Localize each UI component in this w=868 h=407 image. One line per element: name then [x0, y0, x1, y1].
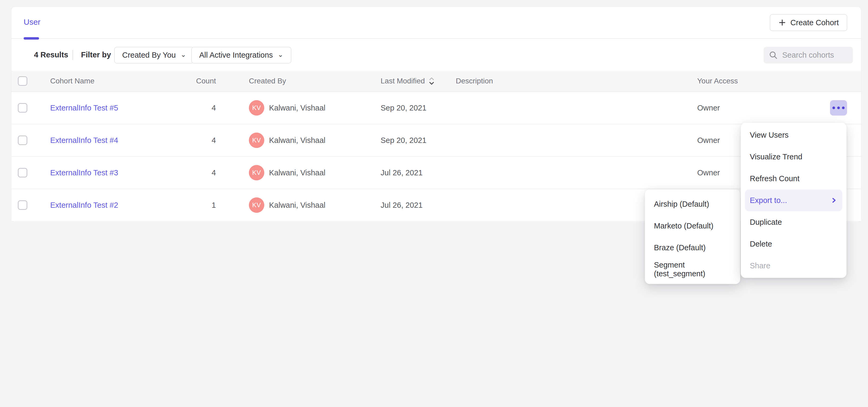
- creator-name: Kalwani, Vishaal: [269, 136, 326, 145]
- table-row: ExternalInfo Test #4 4 KV Kalwani, Visha…: [11, 124, 861, 157]
- cohort-name-link[interactable]: ExternalInfo Test #2: [50, 201, 118, 209]
- row-checkbox[interactable]: [18, 200, 27, 210]
- menu-item-airship[interactable]: Airship (Default): [645, 193, 740, 215]
- avatar: KV: [249, 100, 264, 116]
- row-context-menu: View Users Visualize Trend Refresh Count…: [741, 123, 846, 278]
- menu-item-visualize-trend[interactable]: Visualize Trend: [741, 146, 846, 168]
- last-modified-date: Jul 26, 2021: [381, 201, 423, 209]
- integrations-filter-value: All Active Integrations: [199, 51, 273, 60]
- tab-user[interactable]: User: [24, 18, 40, 27]
- sort-icon[interactable]: [429, 77, 435, 85]
- column-header-count[interactable]: Count: [150, 77, 216, 85]
- select-all-checkbox[interactable]: [18, 76, 27, 86]
- results-count: 4 Results: [34, 51, 68, 59]
- create-cohort-button[interactable]: Create Cohort: [770, 14, 847, 31]
- column-header-your-access[interactable]: Your Access: [697, 77, 738, 85]
- integrations-filter-dropdown[interactable]: All Active Integrations ⌄: [191, 47, 291, 63]
- row-checkbox[interactable]: [18, 135, 27, 145]
- menu-item-refresh-count[interactable]: Refresh Count: [741, 168, 846, 189]
- filter-bar: 4 Results Filter by Created By You ⌄ All…: [11, 39, 861, 71]
- menu-item-export-to[interactable]: Export to...: [745, 189, 842, 211]
- chevron-right-icon: [832, 196, 836, 204]
- create-cohort-label: Create Cohort: [790, 18, 839, 27]
- menu-item-share: Share: [741, 255, 846, 277]
- row-checkbox[interactable]: [18, 168, 27, 178]
- access-value: Owner: [697, 168, 720, 177]
- column-header-last-modified[interactable]: Last Modified: [381, 77, 435, 85]
- creator-name: Kalwani, Vishaal: [269, 104, 326, 113]
- chevron-down-icon: ⌄: [181, 51, 186, 58]
- table-row: ExternalInfo Test #3 4 KV Kalwani, Visha…: [11, 157, 861, 189]
- search-icon: [769, 51, 778, 60]
- last-modified-date: Jul 26, 2021: [381, 168, 423, 177]
- search-input[interactable]: Search cohorts: [764, 47, 853, 63]
- cohort-count: 4: [212, 136, 216, 145]
- column-header-created-by[interactable]: Created By: [249, 77, 286, 85]
- avatar: KV: [249, 132, 264, 148]
- row-overflow-menu-button[interactable]: [830, 100, 847, 116]
- column-header-cohort-name[interactable]: Cohort Name: [50, 77, 95, 85]
- created-by-filter-value: Created By You: [122, 51, 176, 60]
- row-checkbox[interactable]: [18, 103, 27, 113]
- access-value: Owner: [697, 136, 720, 145]
- menu-item-segment[interactable]: Segment (test_segment): [645, 258, 740, 280]
- cohort-count: 4: [212, 168, 216, 177]
- column-header-description[interactable]: Description: [456, 77, 493, 85]
- menu-item-marketo[interactable]: Marketo (Default): [645, 215, 740, 237]
- creator-name: Kalwani, Vishaal: [269, 168, 326, 177]
- cohort-name-link[interactable]: ExternalInfo Test #3: [50, 168, 118, 177]
- last-modified-date: Sep 20, 2021: [381, 136, 427, 145]
- cohort-name-link[interactable]: ExternalInfo Test #4: [50, 136, 118, 145]
- menu-item-braze[interactable]: Braze (Default): [645, 237, 740, 258]
- cohort-count: 1: [212, 201, 216, 209]
- cohort-count: 4: [212, 104, 216, 112]
- avatar: KV: [249, 165, 264, 180]
- creator-name: Kalwani, Vishaal: [269, 201, 326, 210]
- chevron-down-icon: ⌄: [278, 51, 283, 58]
- tab-bar: User Create Cohort: [11, 7, 861, 39]
- table-row: ExternalInfo Test #5 4 KV Kalwani, Visha…: [11, 92, 861, 124]
- plus-icon: [778, 19, 786, 27]
- divider: [72, 50, 73, 60]
- created-by-filter-dropdown[interactable]: Created By You ⌄: [114, 47, 194, 63]
- last-modified-date: Sep 20, 2021: [381, 104, 427, 112]
- menu-item-duplicate[interactable]: Duplicate: [741, 211, 846, 233]
- access-value: Owner: [697, 104, 720, 112]
- menu-item-view-users[interactable]: View Users: [741, 124, 846, 146]
- avatar: KV: [249, 197, 264, 213]
- filter-by-label: Filter by: [81, 51, 111, 59]
- export-submenu: Airship (Default) Marketo (Default) Braz…: [645, 189, 740, 284]
- cohorts-page: { "header": { "tab_label": "User", "crea…: [0, 0, 868, 407]
- menu-item-delete[interactable]: Delete: [741, 233, 846, 255]
- search-placeholder: Search cohorts: [782, 51, 834, 60]
- table-header-row: Cohort Name Count Created By Last Modifi…: [11, 71, 861, 92]
- export-to-label: Export to...: [750, 196, 787, 205]
- cohort-name-link[interactable]: ExternalInfo Test #5: [50, 104, 118, 112]
